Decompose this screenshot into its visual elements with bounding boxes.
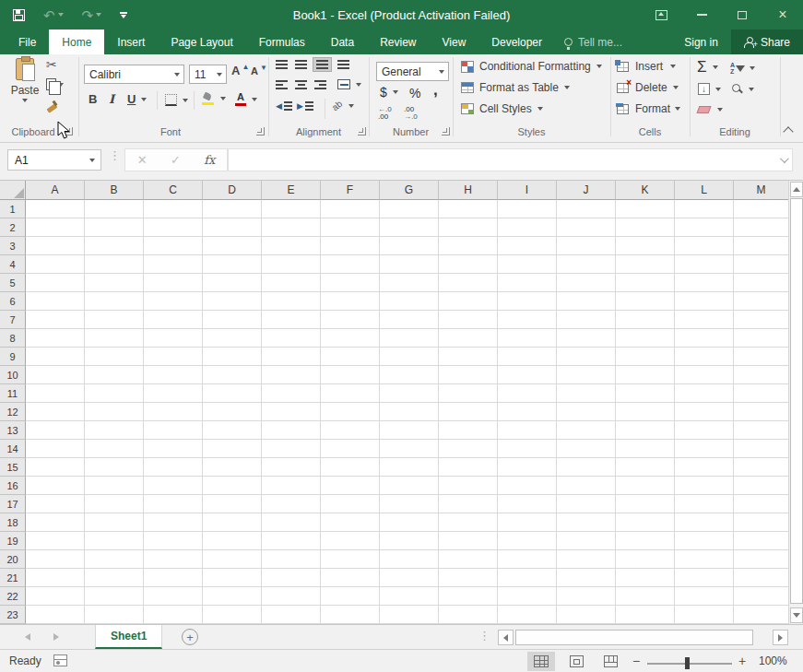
grid-cell-E15[interactable] (262, 458, 321, 477)
grid-cell-A17[interactable] (26, 495, 85, 513)
grid-cell-J12[interactable] (557, 403, 616, 421)
bold-button[interactable]: B (89, 92, 97, 106)
grid-cell-M19[interactable] (734, 532, 788, 550)
zoom-out-button[interactable]: − (632, 654, 640, 668)
column-header-D[interactable]: D (203, 181, 262, 200)
grid-cell-D6[interactable] (203, 292, 262, 311)
grid-cell-F7[interactable] (321, 311, 380, 329)
grid-cell-D22[interactable] (203, 587, 262, 606)
grid-cell-C15[interactable] (144, 458, 203, 477)
grid-cell-J18[interactable] (557, 513, 616, 532)
column-header-G[interactable]: G (380, 181, 439, 200)
grid-cell-E13[interactable] (262, 421, 321, 440)
grid-cell-I13[interactable] (498, 421, 557, 440)
grid-cell-K13[interactable] (616, 421, 675, 440)
scroll-down-button[interactable] (790, 607, 803, 623)
grid-cell-M21[interactable] (734, 569, 788, 587)
comma-style-button[interactable]: , (433, 81, 438, 100)
row-header-15[interactable]: 15 (0, 458, 26, 477)
grid-cell-A21[interactable] (26, 569, 85, 587)
grid-cell-H5[interactable] (439, 274, 498, 292)
grid-cell-G17[interactable] (380, 495, 439, 513)
grid-cell-F1[interactable] (321, 200, 380, 218)
grid-cell-J1[interactable] (557, 200, 616, 218)
grid-cell-F16[interactable] (321, 477, 380, 495)
horizontal-scroll-thumb[interactable] (515, 630, 753, 645)
grid-cell-G1[interactable] (380, 200, 439, 218)
grid-cell-E19[interactable] (262, 532, 321, 550)
format-cells-button[interactable]: Format (617, 102, 680, 115)
clear-button[interactable] (698, 106, 723, 113)
grid-cell-H8[interactable] (439, 329, 498, 348)
grid-cell-E4[interactable] (262, 255, 321, 274)
grid-cell-K17[interactable] (616, 495, 675, 513)
grid-cell-A20[interactable] (26, 550, 85, 569)
grid-cell-H16[interactable] (439, 477, 498, 495)
formula-input[interactable] (228, 148, 793, 171)
grid-cell-D3[interactable] (203, 237, 262, 255)
grid-cell-I3[interactable] (498, 237, 557, 255)
grid-cell-M20[interactable] (734, 550, 788, 569)
grid-cell-M17[interactable] (734, 495, 788, 513)
cancel-entry-button[interactable]: ✕ (137, 153, 148, 167)
grid-cell-L18[interactable] (675, 513, 734, 532)
grid-cell-G21[interactable] (380, 569, 439, 587)
grid-cell-I10[interactable] (498, 366, 557, 384)
grid-cell-J22[interactable] (557, 587, 616, 606)
cell-styles-button[interactable]: Cell Styles (461, 102, 543, 115)
column-header-K[interactable]: K (616, 181, 675, 200)
page-break-preview-button[interactable] (596, 652, 624, 671)
grid-cell-H10[interactable] (439, 366, 498, 384)
ribbon-display-options-button[interactable] (641, 0, 681, 29)
row-header-16[interactable]: 16 (0, 477, 26, 495)
grid-cell-H2[interactable] (439, 218, 498, 237)
grid-cell-M22[interactable] (734, 587, 788, 606)
grid-cell-E9[interactable] (262, 348, 321, 366)
row-header-22[interactable]: 22 (0, 587, 26, 606)
grid-cell-K7[interactable] (616, 311, 675, 329)
grid-cell-C10[interactable] (144, 366, 203, 384)
grid-cell-D19[interactable] (203, 532, 262, 550)
grid-cell-H20[interactable] (439, 550, 498, 569)
tab-view[interactable]: View (430, 29, 479, 54)
grid-cell-A19[interactable] (26, 532, 85, 550)
grid-cell-F22[interactable] (321, 587, 380, 606)
grid-cell-D23[interactable] (203, 606, 262, 624)
grid-cell-E18[interactable] (262, 513, 321, 532)
center-button[interactable] (295, 80, 307, 89)
grid-cell-H4[interactable] (439, 255, 498, 274)
grid-cell-L2[interactable] (675, 218, 734, 237)
grid-cell-A11[interactable] (26, 384, 85, 403)
grid-cell-C14[interactable] (144, 440, 203, 458)
grid-cell-I2[interactable] (498, 218, 557, 237)
grid-cell-J7[interactable] (557, 311, 616, 329)
grid-cell-I7[interactable] (498, 311, 557, 329)
grid-cell-F5[interactable] (321, 274, 380, 292)
grid-cell-J19[interactable] (557, 532, 616, 550)
grid-cell-M1[interactable] (734, 200, 788, 218)
column-header-A[interactable]: A (26, 181, 85, 200)
grid-cell-G4[interactable] (380, 255, 439, 274)
row-header-6[interactable]: 6 (0, 292, 26, 311)
column-header-L[interactable]: L (675, 181, 734, 200)
grid-cell-H18[interactable] (439, 513, 498, 532)
grid-cell-K20[interactable] (616, 550, 675, 569)
grid-cell-C5[interactable] (144, 274, 203, 292)
grid-cell-B5[interactable] (85, 274, 144, 292)
grid-cell-K12[interactable] (616, 403, 675, 421)
top-align-button[interactable] (276, 60, 288, 69)
grid-cell-I8[interactable] (498, 329, 557, 348)
grid-cell-M4[interactable] (734, 255, 788, 274)
grid-cell-B16[interactable] (85, 477, 144, 495)
grid-cell-G16[interactable] (380, 477, 439, 495)
grid-cell-J21[interactable] (557, 569, 616, 587)
grid-cell-A16[interactable] (26, 477, 85, 495)
grid-cell-E5[interactable] (262, 274, 321, 292)
grid-cell-E2[interactable] (262, 218, 321, 237)
zoom-slider-handle[interactable] (685, 657, 690, 669)
vertical-scroll-thumb[interactable] (790, 198, 803, 604)
grid-cell-F13[interactable] (321, 421, 380, 440)
grid-cell-C4[interactable] (144, 255, 203, 274)
grid-cell-B17[interactable] (85, 495, 144, 513)
grid-cell-L5[interactable] (675, 274, 734, 292)
